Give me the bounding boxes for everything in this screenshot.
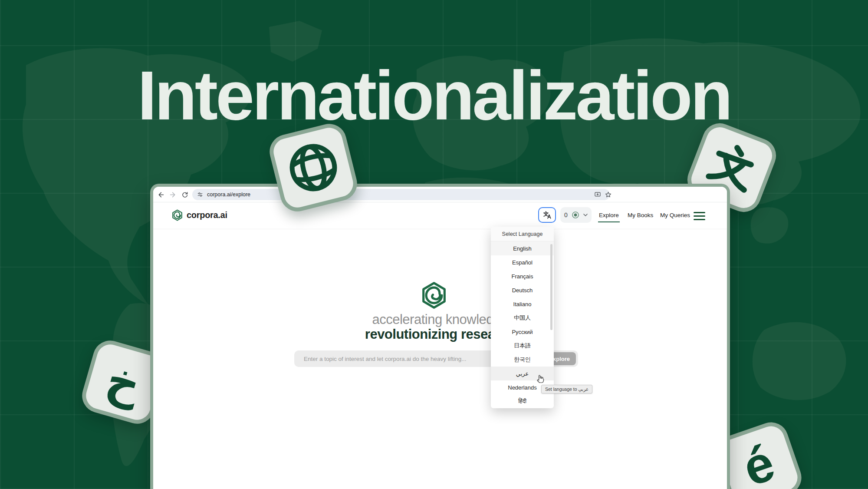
site-settings-icon[interactable] bbox=[197, 191, 204, 198]
browser-window: corpora.ai/explore corpora.ai bbox=[150, 184, 730, 489]
language-item-japanese[interactable]: 日本語 bbox=[491, 339, 554, 353]
globe-icon bbox=[281, 135, 345, 200]
refresh-icon[interactable] bbox=[180, 189, 190, 200]
brand-name: corpora.ai bbox=[187, 210, 227, 220]
hand-cursor-icon bbox=[535, 374, 545, 385]
forward-icon[interactable] bbox=[168, 189, 178, 200]
e-acute-character: é bbox=[737, 436, 780, 489]
language-item-chinese[interactable]: 中国人 bbox=[491, 311, 554, 325]
back-icon[interactable] bbox=[155, 189, 166, 200]
translate-language-button[interactable] bbox=[538, 207, 556, 223]
install-app-icon[interactable] bbox=[592, 189, 603, 200]
language-item-hindi[interactable]: हिंदी bbox=[491, 394, 554, 408]
language-item-italiano[interactable]: Italiano bbox=[491, 297, 554, 311]
tagline-line1: accelerating knowledge bbox=[153, 312, 727, 327]
corpora-hexagon-logo-icon bbox=[171, 209, 183, 221]
set-language-tooltip: Set language to عربي bbox=[541, 385, 592, 393]
language-item-english[interactable]: English bbox=[491, 241, 554, 255]
site-header: corpora.ai 0 bbox=[153, 202, 727, 229]
khah-character: خ bbox=[102, 356, 146, 409]
url-text: corpora.ai/explore bbox=[207, 192, 250, 198]
language-item-russian[interactable]: Русский bbox=[491, 325, 554, 339]
language-item-korean[interactable]: 한국인 bbox=[491, 353, 554, 367]
hero-title: Internationalization bbox=[0, 61, 868, 130]
target-icon bbox=[572, 211, 579, 219]
stage: Internationalization خ é bbox=[0, 0, 868, 489]
bookmark-star-icon[interactable] bbox=[603, 189, 613, 200]
hamburger-menu-icon[interactable] bbox=[694, 212, 705, 220]
nav-explore[interactable]: Explore bbox=[599, 212, 619, 218]
language-item-espanol[interactable]: Español bbox=[491, 255, 554, 269]
nav-my-queries[interactable]: My Queries bbox=[660, 212, 690, 218]
counter-value: 0 bbox=[564, 211, 568, 218]
browser-chrome-bar: corpora.ai/explore bbox=[153, 187, 727, 202]
corpora-hexagon-logo-large bbox=[420, 281, 448, 309]
tagline-line2: revolutionizing research bbox=[153, 327, 727, 342]
translate-icon bbox=[543, 211, 552, 219]
nav-my-books[interactable]: My Books bbox=[628, 212, 653, 218]
language-item-francais[interactable]: Français bbox=[491, 269, 554, 283]
chevron-down-icon bbox=[583, 214, 588, 216]
dropdown-scrollbar[interactable] bbox=[550, 244, 552, 330]
address-bar[interactable]: corpora.ai/explore bbox=[192, 189, 610, 200]
language-item-deutsch[interactable]: Deutsch bbox=[491, 283, 554, 297]
credits-counter[interactable]: 0 bbox=[560, 207, 592, 223]
language-dropdown-header: Select Language bbox=[491, 227, 554, 241]
brand-logo[interactable]: corpora.ai bbox=[171, 209, 227, 221]
